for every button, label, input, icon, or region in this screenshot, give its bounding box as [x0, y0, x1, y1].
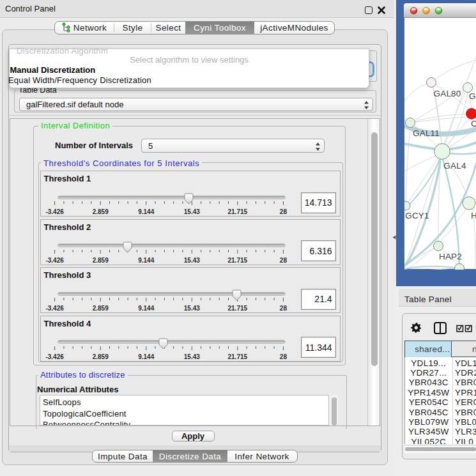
svg-text:GAL11: GAL11 — [412, 128, 439, 138]
svg-text:C: C — [471, 119, 476, 128]
svg-text:H: H — [471, 211, 476, 220]
svg-text:GA: GA — [469, 91, 476, 101]
svg-text:GAL80: GAL80 — [433, 89, 461, 98]
svg-text:GAL4: GAL4 — [443, 161, 466, 171]
svg-text:HAP2: HAP2 — [438, 252, 461, 261]
svg-text:GCY1: GCY1 — [405, 211, 429, 220]
